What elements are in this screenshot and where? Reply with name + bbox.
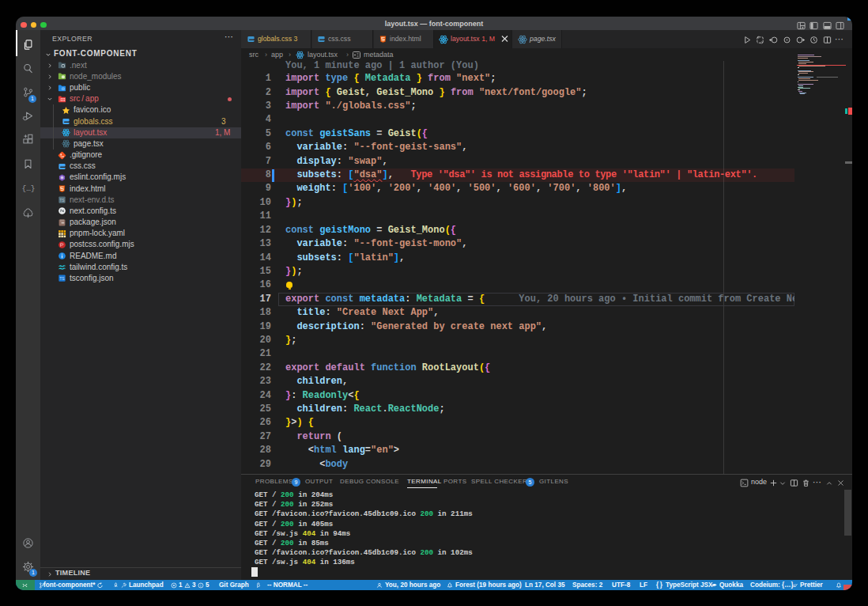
svg-text:TS: TS xyxy=(59,198,65,203)
svg-text:TS: TS xyxy=(59,276,65,281)
